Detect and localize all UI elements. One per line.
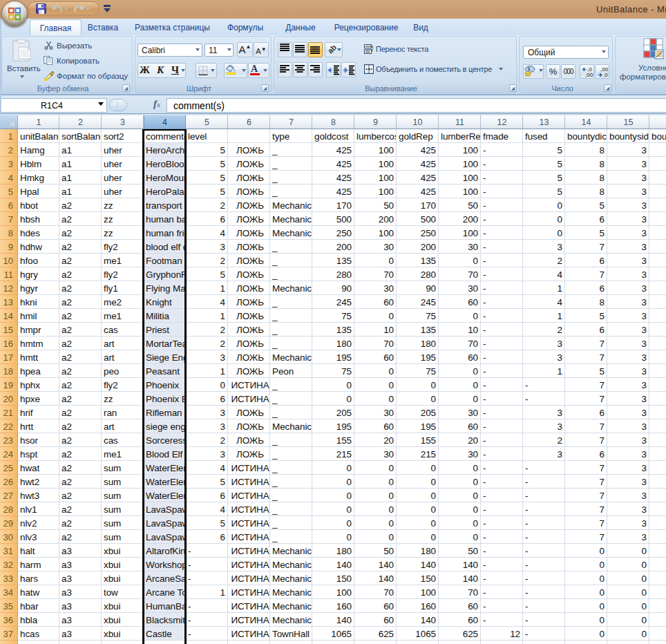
svg-text:a: a: [368, 66, 370, 71]
svg-text:,0: ,0: [603, 72, 608, 77]
svg-text:,00: ,00: [585, 72, 593, 77]
